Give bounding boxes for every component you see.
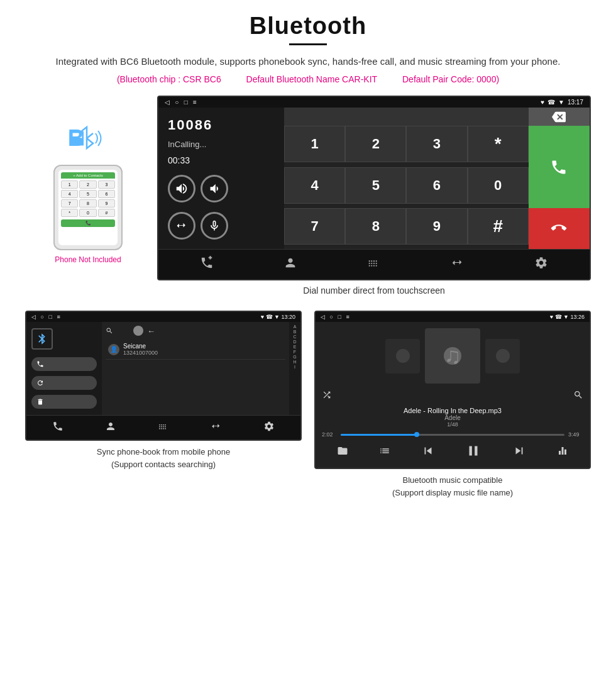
pb-body: ← 👤 Seicane 13241007000 [26, 322, 300, 415]
music-caption: Bluetooth music compatible (Support disp… [392, 474, 513, 499]
key-0[interactable]: 0 [468, 167, 529, 204]
phone-not-included: Phone Not Included [55, 255, 121, 264]
ms-song-count: 1/48 [404, 421, 502, 428]
phone-nav-icon[interactable] [200, 256, 214, 273]
transfer-nav-icon[interactable] [451, 256, 465, 273]
pb-nav-transfer[interactable] [211, 421, 222, 434]
ms-status-bar: ◁ ○ □ ≡ ♥ ☎ ▼ 13:26 [316, 312, 590, 322]
title-underline [289, 43, 327, 45]
alpha-g[interactable]: G [293, 355, 296, 359]
key-star[interactable]: * [468, 126, 529, 162]
ms-pause-icon[interactable] [465, 443, 481, 462]
mute-btn[interactable] [201, 212, 228, 240]
transfer-btn[interactable] [168, 212, 195, 240]
call-icon: ☎ [547, 99, 555, 106]
ms-list-icon[interactable] [379, 445, 390, 459]
key-4[interactable]: 4 [284, 167, 345, 204]
key-8[interactable]: 8 [345, 208, 406, 245]
call-buttons-row1 [168, 175, 275, 202]
phone-top-bar: + Add to Contacts [61, 172, 115, 179]
pb-nav-dialpad[interactable] [158, 421, 169, 434]
pb-search-row: ← [106, 326, 285, 336]
pb-contacts-panel: ← 👤 Seicane 13241007000 [102, 322, 300, 415]
pb-call-btn[interactable] [31, 357, 97, 371]
time-display: 13:17 [568, 99, 583, 106]
pb-back-icon[interactable]: ← [147, 326, 155, 336]
call-buttons-row2 [168, 212, 275, 240]
main-screen-wrap: ◁ ○ □ ≡ ♥ ☎ ▼ 13:17 10086 InCalling... [157, 96, 591, 304]
key-1[interactable]: 1 [284, 126, 345, 162]
android-bottom-nav [158, 249, 590, 279]
phone-side: ⬓ B + Add to Contacts [25, 96, 151, 264]
ms-status-left: ◁ ○ □ ≡ [321, 314, 349, 320]
ms-equalizer-icon[interactable] [557, 445, 568, 459]
dialpad: 1 2 3 * 4 5 6 0 7 8 [284, 108, 590, 249]
call-red-btn[interactable] [529, 208, 590, 249]
ms-search-icon[interactable] [573, 390, 583, 402]
alpha-c[interactable]: C [293, 335, 296, 339]
main-screen-caption: Dial number direct from touchscreen [157, 285, 591, 296]
alpha-h[interactable]: H [293, 360, 296, 364]
ms-prev-icon[interactable] [421, 444, 435, 460]
phone-call-btn: 📞 [61, 219, 115, 227]
pb-caption-line1: Sync phone-book from mobile phone [97, 446, 230, 458]
pb-nav-contacts[interactable] [105, 421, 116, 434]
alpha-e[interactable]: E [294, 345, 297, 349]
phone-key-0: 0 [79, 209, 96, 217]
volume-down-btn[interactable] [201, 175, 228, 202]
key-5[interactable]: 5 [345, 167, 406, 204]
music-item: ◁ ○ □ ≡ ♥ ☎ ▼ 13:26 ♫ [314, 311, 591, 499]
phone-screen: + Add to Contacts 1 2 3 4 5 6 7 8 9 * 0 [58, 170, 118, 245]
pb-status-left: ◁ ○ □ ≡ [31, 314, 60, 320]
call-status: InCalling... [168, 140, 275, 149]
alpha-i[interactable]: I [294, 365, 295, 369]
contact-avatar: 👤 [108, 344, 119, 355]
key-hash[interactable]: # [468, 208, 529, 245]
ms-progress-row: 2:02 3:49 [322, 431, 583, 438]
dialpad-nav-icon[interactable] [367, 256, 381, 273]
pb-dot-indicator [133, 326, 143, 336]
ms-progress-dot [414, 432, 419, 437]
pb-delete-btn[interactable] [31, 395, 97, 409]
call-screen: 10086 InCalling... 00:33 [158, 108, 590, 249]
dialpad-backspace[interactable] [529, 108, 590, 126]
alpha-a[interactable]: A [294, 324, 297, 329]
ms-top-controls [322, 390, 583, 402]
ms-song-artist: Adele [404, 414, 502, 421]
ms-playback-controls [322, 443, 583, 462]
android-status-bar: ◁ ○ □ ≡ ♥ ☎ ▼ 13:17 [158, 97, 590, 108]
phone-key-hash: # [98, 209, 115, 217]
key-6[interactable]: 6 [406, 167, 467, 204]
bluetooth-symbol: ⬓ [68, 127, 84, 148]
ms-progress-bar[interactable] [341, 434, 564, 436]
call-green-btn[interactable] [529, 126, 590, 208]
ms-album-left: ♫ [385, 339, 420, 373]
alpha-b[interactable]: B [294, 329, 297, 334]
bottom-section: ◁ ○ □ ≡ ♥ ☎ ▼ 13:20 [25, 311, 591, 499]
contact-item[interactable]: 👤 Seicane 13241007000 [106, 340, 285, 360]
key-2[interactable]: 2 [345, 126, 406, 162]
volume-up-btn[interactable] [168, 175, 195, 202]
pb-bottom-nav [26, 415, 300, 440]
pb-bluetooth-icon [31, 328, 53, 350]
key-3[interactable]: 3 [406, 126, 467, 162]
alpha-f[interactable]: F [294, 350, 296, 354]
alpha-d[interactable]: D [293, 340, 296, 344]
ms-folder-icon[interactable] [337, 445, 348, 459]
phone-key-1: 1 [61, 180, 78, 189]
contacts-nav-icon[interactable] [283, 256, 297, 273]
ms-time-total: 3:49 [568, 431, 583, 438]
phone-key-3: 3 [98, 180, 115, 189]
key-9[interactable]: 9 [406, 208, 467, 245]
pb-status-bar: ◁ ○ □ ≡ ♥ ☎ ▼ 13:20 [26, 312, 300, 322]
pb-nav-settings[interactable] [263, 421, 275, 434]
settings-nav-icon[interactable] [534, 256, 548, 273]
phonebook-caption: Sync phone-book from mobile phone (Suppo… [97, 446, 230, 470]
ms-shuffle-icon[interactable] [322, 390, 332, 402]
pb-nav-phone[interactable] [52, 421, 63, 434]
phone-key-9: 9 [98, 199, 115, 207]
ms-next-icon[interactable] [512, 444, 526, 460]
pb-refresh-btn[interactable] [31, 376, 97, 390]
key-7[interactable]: 7 [284, 208, 345, 245]
ms-album-main: ♫ [425, 328, 480, 384]
